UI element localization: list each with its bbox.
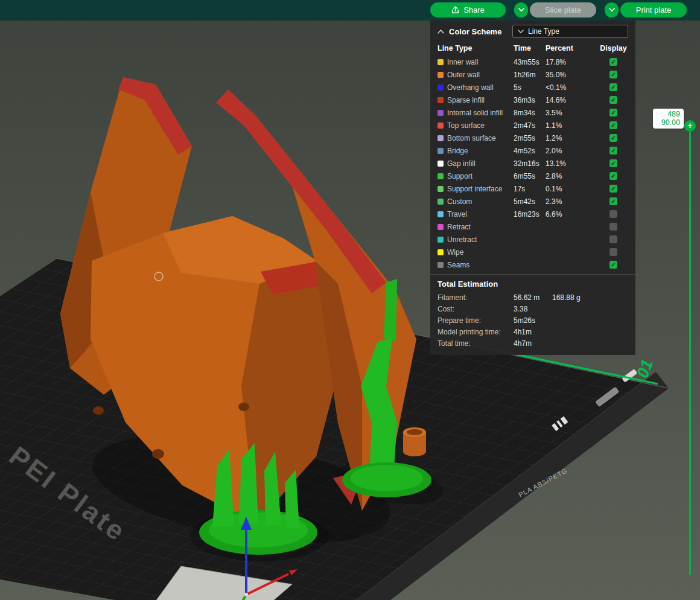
estimation-row: Total time: 4h7m <box>430 337 635 349</box>
print-dropdown-button[interactable] <box>605 2 619 18</box>
line-type-label: Custom <box>447 197 472 206</box>
line-type-color-swatch <box>438 211 444 217</box>
line-type-time: 2m47s <box>514 121 546 130</box>
line-type-color-swatch <box>438 59 444 65</box>
line-type-color-swatch <box>438 199 444 205</box>
display-checkbox[interactable] <box>609 210 617 218</box>
display-checkbox[interactable]: ✓ <box>609 134 617 142</box>
column-time: Time <box>514 44 546 53</box>
line-type-row: Bottom surface 2m55s 1.2% ✓ <box>430 132 635 144</box>
line-type-color-swatch <box>438 148 444 154</box>
display-checkbox[interactable]: ✓ <box>609 185 617 193</box>
slice-plate-button[interactable]: Slice plate <box>530 2 596 18</box>
line-type-time: 36m3s <box>514 96 546 104</box>
line-type-percent: 2.8% <box>546 172 599 180</box>
estimation-row: Cost: 3.38 <box>430 303 635 314</box>
display-checkbox[interactable]: ✓ <box>609 147 617 155</box>
estimation-label: Model printing time: <box>438 328 514 336</box>
line-type-row: Retract <box>430 220 635 233</box>
column-line-type: Line Type <box>438 44 514 53</box>
display-checkbox[interactable]: ✓ <box>609 121 617 129</box>
line-type-percent: 14.6% <box>546 96 599 104</box>
line-type-time: 43m55s <box>514 58 546 66</box>
line-type-time: 5m42s <box>514 197 546 206</box>
line-type-row: Internal solid infill 8m34s 3.5% ✓ <box>430 106 635 119</box>
column-display: Display <box>599 44 628 53</box>
line-type-row: Travel 16m23s 6.6% <box>430 208 635 220</box>
display-checkbox[interactable] <box>609 223 617 231</box>
line-type-label: Bottom surface <box>447 134 496 142</box>
column-percent: Percent <box>546 44 599 53</box>
viewport-3d[interactable]: PLA ABS/PETG PEI Plate <box>0 21 700 600</box>
line-type-label: Gap infill <box>447 159 476 168</box>
layer-slider-track[interactable] <box>689 132 691 575</box>
line-type-row: Wipe <box>430 246 635 258</box>
display-checkbox[interactable]: ✓ <box>609 83 617 91</box>
estimation-label: Total time: <box>438 339 514 348</box>
line-type-percent: 35.0% <box>546 71 599 79</box>
line-type-row: Overhang wall 5s <0.1% ✓ <box>430 81 635 94</box>
line-type-percent: 2.3% <box>546 197 599 206</box>
scheme-dropdown[interactable]: Line Type <box>512 25 628 38</box>
line-type-color-swatch <box>438 85 444 91</box>
estimation-label: Filament: <box>438 293 514 302</box>
line-type-time: 8m34s <box>514 109 546 117</box>
estimation-label: Prepare time: <box>438 316 514 325</box>
purge-cylinder[interactable] <box>403 427 426 456</box>
line-type-time: 16m23s <box>514 210 546 219</box>
display-checkbox[interactable]: ✓ <box>609 261 617 269</box>
display-checkbox[interactable]: ✓ <box>609 172 617 180</box>
line-type-table-body: Inner wall 43m55s 17.8% ✓ Outer wall 1h2… <box>430 56 635 271</box>
slice-dropdown-button[interactable] <box>514 2 528 18</box>
display-checkbox[interactable]: ✓ <box>609 159 617 167</box>
line-type-row: Unretract <box>430 233 635 246</box>
display-checkbox[interactable]: ✓ <box>609 197 617 205</box>
total-estimation-title: Total Estimation <box>430 275 635 292</box>
display-checkbox[interactable]: ✓ <box>609 71 617 78</box>
chevron-down-icon <box>518 8 524 12</box>
line-type-label: Retract <box>447 223 471 231</box>
line-type-row: Custom 5m42s 2.3% ✓ <box>430 195 635 208</box>
line-type-color-swatch <box>438 110 444 116</box>
line-type-row: Bridge 4m52s 2.0% ✓ <box>430 144 635 157</box>
line-type-color-swatch <box>438 135 444 141</box>
line-type-time: 6m55s <box>514 172 546 180</box>
total-estimation-body: Filament: 56.62 m 168.88 g Cost: 3.38 Pr… <box>430 292 635 349</box>
print-plate-button[interactable]: Print plate <box>620 2 687 18</box>
line-type-color-swatch <box>438 249 444 255</box>
line-type-label: Wipe <box>447 248 463 257</box>
line-type-row: Support interface 17s 0.1% ✓ <box>430 182 635 195</box>
panel-header: Color Scheme Line Type <box>430 21 635 41</box>
line-type-percent: 2.0% <box>546 147 599 155</box>
estimation-value-secondary: 168.88 g <box>552 293 628 302</box>
line-type-color-swatch <box>438 262 444 268</box>
layer-height-value: 489 <box>657 110 680 118</box>
layer-slider-add-button[interactable]: + <box>684 120 696 132</box>
scheme-dropdown-value: Line Type <box>528 27 559 36</box>
estimation-row: Filament: 56.62 m 168.88 g <box>430 292 635 303</box>
line-type-color-swatch <box>438 72 444 78</box>
line-type-color-swatch <box>438 237 444 243</box>
display-checkbox[interactable] <box>609 235 617 243</box>
print-button-group: Print plate <box>605 2 687 18</box>
display-checkbox[interactable]: ✓ <box>609 96 617 104</box>
line-type-label: Internal solid infill <box>447 109 503 117</box>
line-type-label: Support interface <box>447 185 502 193</box>
line-type-color-swatch <box>438 97 444 103</box>
layer-height-badge: 489 90.00 <box>653 109 684 129</box>
chevron-down-icon <box>609 8 615 12</box>
slice-button-group: Slice plate <box>514 2 596 18</box>
share-button[interactable]: Share <box>430 2 506 18</box>
line-type-row: Support 6m55s 2.8% ✓ <box>430 170 635 182</box>
line-type-label: Overhang wall <box>447 83 494 92</box>
collapse-chevron-up-icon[interactable] <box>438 29 444 34</box>
line-type-label: Unretract <box>447 235 477 244</box>
panel-title: Color Scheme <box>449 27 501 36</box>
display-checkbox[interactable]: ✓ <box>609 58 617 66</box>
line-type-row: Top surface 2m47s 1.1% ✓ <box>430 119 635 132</box>
display-checkbox[interactable]: ✓ <box>609 109 617 116</box>
line-type-percent: 1.2% <box>546 134 599 142</box>
display-checkbox[interactable] <box>609 248 617 256</box>
line-type-time: 5s <box>514 83 546 92</box>
share-button-label: Share <box>463 5 485 14</box>
